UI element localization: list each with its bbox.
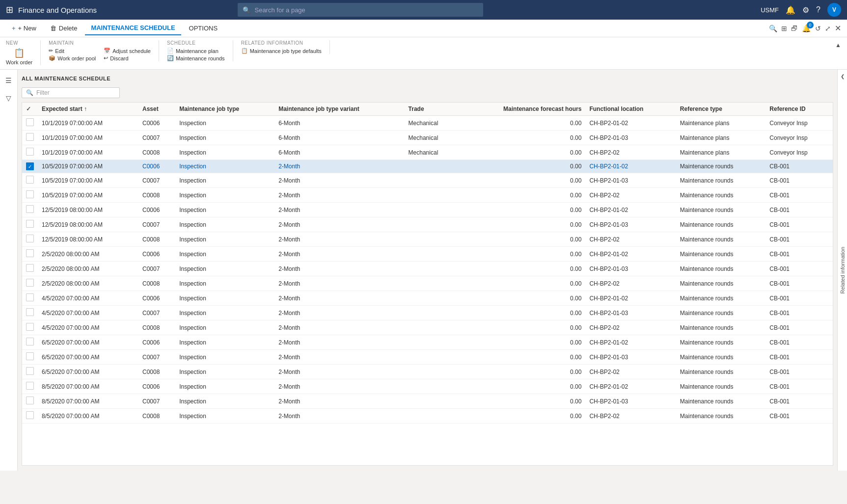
col-reference-type[interactable]: Reference type — [676, 103, 766, 116]
ribbon-window-icon[interactable]: 🗗 — [791, 25, 798, 32]
table-row[interactable]: 2/5/2020 08:00:00 AMC0007Inspection2-Mon… — [22, 262, 833, 276]
trade-cell — [405, 320, 460, 335]
action-work-order[interactable]: 📋 Work order — [6, 48, 32, 65]
ribbon-table-icon[interactable]: ⊞ — [781, 25, 787, 32]
reference-id-cell: CB-001 — [765, 262, 833, 276]
ribbon-notifications[interactable]: 🔔 0 — [802, 24, 811, 33]
expected-start-cell: 4/5/2020 07:00:00 AM — [38, 320, 138, 335]
row-checkbox[interactable] — [22, 291, 38, 306]
sidebar-filter-icon[interactable]: ▽ — [2, 91, 16, 105]
row-checkbox[interactable] — [22, 306, 38, 320]
row-checkbox[interactable] — [22, 145, 38, 160]
settings-icon[interactable]: ⚙ — [802, 5, 809, 15]
col-reference-id[interactable]: Reference ID — [765, 103, 833, 116]
reference-type-cell: Maintenance plans — [676, 131, 766, 145]
row-checkbox[interactable] — [22, 247, 38, 262]
col-job-type[interactable]: Maintenance job type — [175, 103, 274, 116]
search-input[interactable] — [254, 6, 478, 14]
action-maintenance-plan[interactable]: 📄 Maintenance plan — [167, 48, 225, 54]
global-search-bar[interactable]: 🔍 — [238, 3, 483, 17]
ribbon-search-icon[interactable]: 🔍 — [769, 25, 777, 32]
forecast-hours-cell: 0.00 — [460, 350, 586, 365]
checkbox-empty — [26, 264, 34, 272]
col-functional-location[interactable]: Functional location — [585, 103, 676, 116]
col-asset[interactable]: Asset — [138, 103, 175, 116]
row-checkbox[interactable] — [22, 232, 38, 247]
action-job-type-defaults[interactable]: 📋 Maintenance job type defaults — [241, 48, 322, 54]
table-header: ✓ Expected start ↑ Asset Maintenance job… — [22, 103, 833, 116]
table-row[interactable]: 10/1/2019 07:00:00 AMC0007Inspection6-Mo… — [22, 131, 833, 145]
tab-options[interactable]: OPTIONS — [183, 22, 224, 35]
reference-type-cell: Maintenance rounds — [676, 173, 766, 188]
col-variant[interactable]: Maintenance job type variant — [274, 103, 404, 116]
action-adjust-schedule[interactable]: 📅 Adjust schedule — [104, 48, 151, 54]
asset-cell: C0007 — [138, 173, 175, 188]
row-checkbox[interactable] — [22, 131, 38, 145]
action-discard[interactable]: ↩ Discard — [104, 55, 151, 61]
table-row[interactable]: 8/5/2020 07:00:00 AMC0007Inspection2-Mon… — [22, 394, 833, 409]
row-checkbox[interactable] — [22, 320, 38, 335]
table-row[interactable]: ✓10/5/2019 07:00:00 AMC0006Inspection2-M… — [22, 160, 833, 173]
table-row[interactable]: 2/5/2020 08:00:00 AMC0006Inspection2-Mon… — [22, 247, 833, 262]
table-row[interactable]: 4/5/2020 07:00:00 AMC0007Inspection2-Mon… — [22, 306, 833, 320]
tab-new[interactable]: + + New — [6, 22, 42, 35]
table-row[interactable]: 12/5/2019 08:00:00 AMC0007Inspection2-Mo… — [22, 217, 833, 232]
refresh-icon[interactable]: ↺ — [815, 25, 821, 32]
trade-cell — [405, 350, 460, 365]
table-body: 10/1/2019 07:00:00 AMC0006Inspection6-Mo… — [22, 116, 833, 424]
asset-cell: C0007 — [138, 217, 175, 232]
action-work-order-pool[interactable]: 📦 Work order pool — [49, 55, 96, 61]
table-row[interactable]: 10/5/2019 07:00:00 AMC0007Inspection2-Mo… — [22, 173, 833, 188]
row-checkbox[interactable] — [22, 116, 38, 131]
row-checkbox[interactable] — [22, 188, 38, 203]
notification-icon[interactable]: 🔔 — [786, 5, 795, 15]
variant-cell: 2-Month — [274, 394, 404, 409]
table-row[interactable]: 4/5/2020 07:00:00 AMC0008Inspection2-Mon… — [22, 320, 833, 335]
table-row[interactable]: 12/5/2019 08:00:00 AMC0006Inspection2-Mo… — [22, 203, 833, 217]
table-row[interactable]: 2/5/2020 08:00:00 AMC0008Inspection2-Mon… — [22, 276, 833, 291]
table-row[interactable]: 10/1/2019 07:00:00 AMC0008Inspection6-Mo… — [22, 145, 833, 160]
help-icon[interactable]: ? — [816, 5, 820, 14]
table-row[interactable]: 6/5/2020 07:00:00 AMC0008Inspection2-Mon… — [22, 365, 833, 379]
forecast-hours-cell: 0.00 — [460, 203, 586, 217]
row-checkbox[interactable] — [22, 394, 38, 409]
row-checkbox[interactable] — [22, 262, 38, 276]
col-trade[interactable]: Trade — [405, 103, 460, 116]
action-edit[interactable]: ✏ Edit — [49, 48, 96, 54]
table-row[interactable]: 10/1/2019 07:00:00 AMC0006Inspection6-Mo… — [22, 116, 833, 131]
job-type-cell: Inspection — [175, 409, 274, 424]
table-row[interactable]: 4/5/2020 07:00:00 AMC0006Inspection2-Mon… — [22, 291, 833, 306]
filter-input-wrap[interactable]: 🔍 — [22, 87, 120, 98]
table-row[interactable]: 6/5/2020 07:00:00 AMC0006Inspection2-Mon… — [22, 335, 833, 350]
table-row[interactable]: 8/5/2020 07:00:00 AMC0006Inspection2-Mon… — [22, 379, 833, 394]
row-checkbox[interactable]: ✓ — [22, 160, 38, 173]
row-checkbox[interactable] — [22, 276, 38, 291]
row-checkbox[interactable] — [22, 350, 38, 365]
col-forecast-hours[interactable]: Maintenance forecast hours — [460, 103, 586, 116]
popout-icon[interactable]: ⤢ — [825, 25, 831, 32]
row-checkbox[interactable] — [22, 203, 38, 217]
table-row[interactable]: 12/5/2019 08:00:00 AMC0008Inspection2-Mo… — [22, 232, 833, 247]
ribbon-collapse-icon[interactable]: ▲ — [835, 42, 841, 49]
app-grid-icon[interactable]: ⊞ — [6, 4, 13, 15]
sidebar-menu-icon[interactable]: ☰ — [2, 74, 16, 87]
table-row[interactable]: 10/5/2019 07:00:00 AMC0008Inspection2-Mo… — [22, 188, 833, 203]
table-row[interactable]: 8/5/2020 07:00:00 AMC0008Inspection2-Mon… — [22, 409, 833, 424]
row-checkbox[interactable] — [22, 365, 38, 379]
row-checkbox[interactable] — [22, 335, 38, 350]
tab-maintenance-schedule[interactable]: MAINTENANCE SCHEDULE — [85, 21, 181, 35]
asset-cell: C0006 — [138, 116, 175, 131]
row-checkbox[interactable] — [22, 217, 38, 232]
filter-input[interactable] — [36, 89, 115, 96]
row-checkbox[interactable] — [22, 379, 38, 394]
row-checkbox[interactable] — [22, 409, 38, 424]
close-icon[interactable]: ✕ — [835, 24, 841, 33]
table-row[interactable]: 6/5/2020 07:00:00 AMC0007Inspection2-Mon… — [22, 350, 833, 365]
tab-delete[interactable]: 🗑 Delete — [44, 22, 83, 35]
action-maintenance-rounds[interactable]: 🔄 Maintenance rounds — [167, 55, 225, 61]
avatar[interactable]: V — [827, 3, 841, 17]
table-container[interactable]: ✓ Expected start ↑ Asset Maintenance job… — [22, 102, 833, 466]
col-expected-start[interactable]: Expected start ↑ — [38, 103, 138, 116]
right-panel[interactable]: ❮ Related information — [837, 70, 847, 471]
row-checkbox[interactable] — [22, 173, 38, 188]
